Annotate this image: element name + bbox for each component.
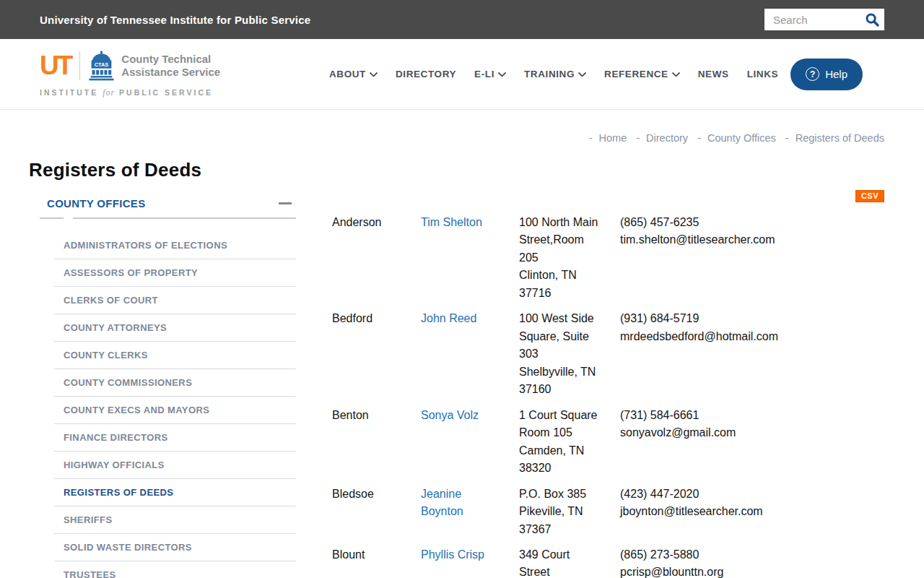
sidebar-divider <box>29 217 296 219</box>
email-address: pcrisp@blounttn.org <box>620 564 884 578</box>
nav-item[interactable]: NEWS <box>698 69 729 79</box>
sidebar-item[interactable]: COUNTY CLERKS <box>54 342 296 369</box>
registry-rows: Anderson Tim Shelton 100 North Main Stre… <box>332 214 884 578</box>
sidebar-item-label: COUNTY CLERKS <box>64 350 148 361</box>
chevron-down-icon <box>672 72 680 77</box>
sidebar-list: ADMINISTRATORS OF ELECTIONS ASSESSORS OF… <box>54 232 296 578</box>
sidebar-item[interactable]: COUNTY COMMISSIONERS <box>54 369 296 397</box>
phone-number: (865) 457-6235 <box>620 214 884 231</box>
nav-item-label: NEWS <box>698 69 729 79</box>
help-label: Help <box>825 68 847 80</box>
address-street: 1 Court Square Room 105 <box>519 407 601 442</box>
nav-item[interactable]: E-LI <box>474 69 506 79</box>
sidebar-item[interactable]: FINANCE DIRECTORS <box>54 424 296 452</box>
nav-item-label: ABOUT <box>329 69 366 79</box>
register-name-link[interactable]: John Reed <box>421 312 476 324</box>
register-name-link[interactable]: Tim Shelton <box>421 216 482 228</box>
org-name: County Technical Assistance Service <box>121 53 220 79</box>
sidebar-item[interactable]: COUNTY ATTORNEYS <box>54 314 296 342</box>
table-row: Anderson Tim Shelton 100 North Main Stre… <box>332 214 884 302</box>
sidebar: COUNTY OFFICES ADMINISTRATORS OF ELECTIO… <box>29 186 296 578</box>
address-street: P.O. Box 385 <box>519 486 601 503</box>
sidebar-item-label: CLERKS OF COURT <box>64 295 158 306</box>
search-box[interactable] <box>764 9 884 30</box>
table-row: Blount Phyllis Crisp 349 Court Street (8… <box>332 546 884 578</box>
address-city: Pikeville, TN 37367 <box>519 503 601 538</box>
address-city: Shelbyville, TN 37160 <box>519 363 601 399</box>
csv-export-button[interactable]: CSV <box>855 190 884 202</box>
nav-item[interactable]: ABOUT <box>329 69 378 79</box>
help-button[interactable]: ? Help <box>790 59 863 90</box>
sidebar-item[interactable]: ADMINISTRATORS OF ELECTIONS <box>54 232 296 259</box>
topbar: University of Tennessee Institute for Pu… <box>0 0 924 39</box>
chevron-down-icon <box>370 72 378 77</box>
email-address: tim.shelton@titlesearcher.com <box>620 231 884 249</box>
question-icon: ? <box>806 67 819 81</box>
chevron-down-icon <box>498 72 506 77</box>
address-street: 100 West Side Square, Suite 303 <box>519 310 601 363</box>
sidebar-item-label: TRUSTEES <box>64 569 116 578</box>
sidebar-item[interactable]: CLERKS OF COURT <box>54 287 296 314</box>
phone-number: (423) 447-2020 <box>620 486 884 503</box>
nav-item[interactable]: REFERENCE <box>604 69 680 79</box>
nav-item[interactable]: DIRECTORY <box>396 69 456 79</box>
breadcrumb-link[interactable]: Registers of Deeds <box>779 132 884 144</box>
county-cell: Anderson <box>332 214 421 302</box>
address-street: 100 North Main Street,Room 205 <box>519 214 601 267</box>
site-title: University of Tennessee Institute for Pu… <box>40 14 310 26</box>
table-row: Benton Sonya Volz 1 Court Square Room 10… <box>332 407 884 478</box>
county-cell: Benton <box>332 407 421 478</box>
ctas-logo[interactable]: UT CTAS County Technical Assistance Serv… <box>40 51 220 98</box>
nav-item[interactable]: TRAINING <box>524 69 586 79</box>
sidebar-item-label: ADMINISTRATORS OF ELECTIONS <box>64 240 227 251</box>
county-cell: Bledsoe <box>332 486 421 538</box>
sidebar-item-label: HIGHWAY OFFICIALS <box>64 460 165 470</box>
institute-tagline: INSTITUTE for PUBLIC SERVICE <box>40 87 220 98</box>
search-icon <box>865 12 880 27</box>
nav-item-label: TRAINING <box>524 69 575 79</box>
sidebar-item[interactable]: HIGHWAY OFFICIALS <box>54 452 296 479</box>
page-title: Registers of Deeds <box>29 159 884 181</box>
search-button[interactable] <box>865 12 880 27</box>
email-address: jboynton@titlesearcher.com <box>620 503 884 520</box>
nav-item[interactable]: LINKS <box>747 69 779 79</box>
breadcrumb-link[interactable]: County Offices <box>691 132 776 144</box>
breadcrumb: Home Directory County Offices Registers … <box>29 132 884 144</box>
org-line1: County Technical <box>121 53 220 66</box>
contact-cell: (731) 584-6661 sonyavolz@gmail.com <box>620 407 884 478</box>
ut-logo: UT <box>40 52 79 79</box>
sidebar-item-label: COUNTY COMMISSIONERS <box>64 377 192 388</box>
sidebar-item[interactable]: ASSESSORS OF PROPERTY <box>54 259 296 287</box>
phone-number: (731) 584-6661 <box>620 407 884 424</box>
address-cell: P.O. Box 385 Pikeville, TN 37367 <box>519 486 620 538</box>
county-cell: Bedford <box>332 310 421 398</box>
sidebar-item-label: REGISTERS OF DEEDS <box>64 487 173 498</box>
address-city: Clinton, TN 37716 <box>519 267 601 302</box>
register-name-link[interactable]: Sonya Volz <box>421 409 479 421</box>
sidebar-section-county-offices[interactable]: COUNTY OFFICES <box>29 186 296 217</box>
sidebar-item-label: ASSESSORS OF PROPERTY <box>64 267 198 278</box>
sidebar-item-label: SOLID WASTE DIRECTORS <box>64 542 192 553</box>
breadcrumb-link[interactable]: Directory <box>629 132 688 144</box>
capitol-icon: CTAS <box>88 51 115 81</box>
sidebar-item[interactable]: REGISTERS OF DEEDS <box>54 479 296 506</box>
nav-item-label: E-LI <box>474 69 494 79</box>
address-cell: 100 North Main Street,Room 205 Clinton, … <box>519 214 620 302</box>
logo-divider <box>79 51 80 80</box>
sidebar-item[interactable]: SHERIFFS <box>54 506 296 534</box>
register-name-link[interactable]: Phyllis Crisp <box>421 548 484 561</box>
sidebar-item[interactable]: SOLID WASTE DIRECTORS <box>54 534 296 561</box>
phone-number: (931) 684-5719 <box>620 310 884 327</box>
address-city: Camden, TN 38320 <box>519 442 601 478</box>
contact-cell: (423) 447-2020 jboynton@titlesearcher.co… <box>620 486 884 538</box>
main-header: UT CTAS County Technical Assistance Serv… <box>0 39 924 110</box>
county-offices-header: COUNTY OFFICES <box>47 197 145 210</box>
sidebar-item[interactable]: TRUSTEES <box>54 561 296 578</box>
search-input[interactable] <box>773 14 865 26</box>
table-row: Bledsoe Jeanine Boynton P.O. Box 385 Pik… <box>332 486 884 538</box>
breadcrumb-link[interactable]: Home <box>583 132 627 144</box>
sidebar-item[interactable]: COUNTY EXECS AND MAYORS <box>54 397 296 424</box>
nav-item-label: DIRECTORY <box>396 69 456 79</box>
collapse-minus-icon[interactable] <box>279 202 292 204</box>
register-name-link[interactable]: Jeanine Boynton <box>421 488 463 517</box>
